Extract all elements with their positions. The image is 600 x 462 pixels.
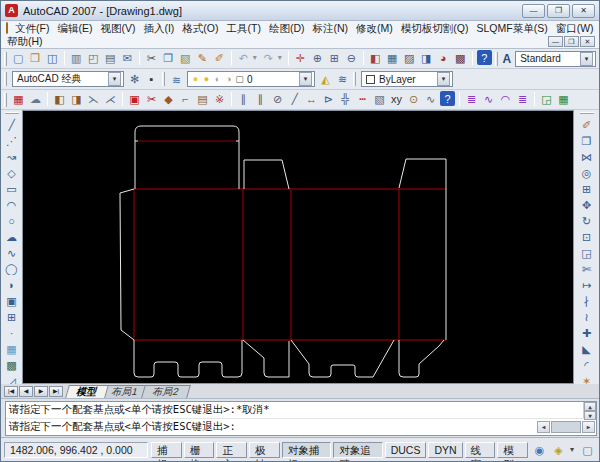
grid-toggle[interactable]: 栅格 <box>184 442 215 458</box>
snap-toggle[interactable]: 捕捉 <box>151 442 182 458</box>
toolbar-grip[interactable] <box>4 93 7 107</box>
rectangle-icon[interactable]: ▭ <box>4 181 19 196</box>
tab-next-button[interactable]: ▶ <box>34 386 48 397</box>
workspace-combo[interactable]: AutoCAD 经典 ▾ <box>12 71 124 87</box>
stretch-icon[interactable]: ◲ <box>579 245 594 260</box>
die-board-icon[interactable]: ▦ <box>11 91 26 106</box>
parallel-lines-2-icon[interactable]: ∥ <box>253 91 268 106</box>
mdi-restore-button[interactable]: ❐ <box>564 36 579 47</box>
scroll-up-icon[interactable]: ▲ <box>584 402 596 411</box>
copy-icon[interactable]: ❐ <box>161 50 176 65</box>
move-icon[interactable]: ✥ <box>579 197 594 212</box>
close-button[interactable]: ✕ <box>572 4 595 18</box>
grid-tool-icon[interactable]: ╬ <box>338 91 353 106</box>
toolbar-grip[interactable] <box>4 52 7 66</box>
erase-icon[interactable]: ✐ <box>579 117 594 132</box>
markupset-manager-icon[interactable]: ◕ <box>436 50 451 65</box>
menu-format[interactable]: 格式(O) <box>178 22 222 35</box>
workspace-settings-icon[interactable]: ✻ <box>127 71 142 86</box>
ruler-marker-icon[interactable]: ┅ <box>355 91 370 106</box>
panel-tool-icon[interactable]: ▤ <box>195 91 210 106</box>
new-icon[interactable]: ▢ <box>11 50 26 65</box>
join-icon[interactable]: ✚ <box>579 325 594 340</box>
command-prompt-line[interactable]: 请指定下一个配套基点或<单个请按ESC键退出>: <box>6 420 537 434</box>
layer-states-icon[interactable]: ≋ <box>335 71 350 86</box>
cut-marker-icon[interactable]: ✂ <box>144 91 159 106</box>
polar-toggle[interactable]: 极轴 <box>249 442 280 458</box>
redo-dropdown-icon[interactable]: ▾ <box>276 50 284 65</box>
construction-line-icon[interactable]: ⋰ <box>4 133 19 148</box>
save-icon[interactable]: ◫ <box>45 50 60 65</box>
communication-center-icon[interactable]: ◉ <box>532 442 547 457</box>
xy-tool-icon[interactable]: xy <box>389 91 404 106</box>
trim-icon[interactable]: ✄ <box>579 261 594 276</box>
toolbar-lock-icon[interactable]: ◈ <box>551 442 566 457</box>
command-horizontal-scrollbar[interactable]: ◀ ▶ <box>537 421 595 433</box>
mdi-close-button[interactable]: ✕ <box>580 36 595 47</box>
etransmit-icon[interactable]: ✉ <box>120 50 135 65</box>
mdi-minimize-button[interactable]: — <box>548 36 563 47</box>
bridge-left-icon[interactable]: ⋋ <box>86 91 101 106</box>
fillet-icon[interactable]: ◜ <box>579 357 594 372</box>
sheetset-manager-icon[interactable]: ◨ <box>419 50 434 65</box>
pick-line-icon[interactable]: ⊳ <box>321 91 336 106</box>
layer-combo[interactable]: ●●◐◑▢ 0 ▾ <box>187 71 315 87</box>
paste-icon[interactable]: ▧ <box>178 50 193 65</box>
color-combo[interactable]: ByLayer ▾ <box>361 71 453 87</box>
properties-icon[interactable]: ◧ <box>368 50 383 65</box>
parallel-lines-1-icon[interactable]: ∥ <box>236 91 251 106</box>
plot-preview-icon[interactable]: ◰ <box>86 50 101 65</box>
green-tool-1-icon[interactable]: ◲ <box>539 91 554 106</box>
gradient-icon[interactable]: ▩ <box>4 357 19 372</box>
offset-icon[interactable]: ◎ <box>579 165 594 180</box>
menu-edit[interactable]: 编辑(E) <box>53 22 96 35</box>
plot-icon[interactable]: ▥ <box>69 50 84 65</box>
layer-freeze-icon[interactable]: ● <box>201 73 212 84</box>
save-workspace-icon[interactable]: ▪ <box>144 71 159 86</box>
toolbar-grip[interactable] <box>580 112 594 114</box>
menu-slqmf[interactable]: SLQMF菜单(S) <box>473 22 552 35</box>
ducs-toggle[interactable]: DUCS <box>385 442 427 458</box>
command-window[interactable]: 请指定下一个配套基点或<单个请按ESC键退出>:*取消* ▲ ▼ 请指定下一个配… <box>5 401 597 436</box>
designcenter-icon[interactable]: ▦ <box>385 50 400 65</box>
array-icon[interactable]: ⊞ <box>579 181 594 196</box>
rotate-icon[interactable]: ↻ <box>579 213 594 228</box>
layer-previous-icon[interactable]: ◭ <box>318 71 333 86</box>
mirror-icon[interactable]: ⋈ <box>579 149 594 164</box>
point-icon[interactable]: · <box>4 325 19 340</box>
circle-slash-icon[interactable]: ⊘ <box>270 91 285 106</box>
ellipse-icon[interactable]: ◯ <box>4 261 19 276</box>
make-block-icon[interactable]: ⊞ <box>4 309 19 324</box>
osnap-toggle[interactable]: 对象捕捉 <box>282 442 331 458</box>
command-vertical-scrollbar[interactable]: ▲ ▼ <box>583 402 596 418</box>
bridge-right-icon[interactable]: ⋌ <box>103 91 118 106</box>
minimize-button[interactable]: — <box>522 4 545 18</box>
line-tool-icon[interactable]: ╱ <box>287 91 302 106</box>
scrollbar-thumb[interactable] <box>551 421 581 433</box>
hatch-icon[interactable]: ▦ <box>4 341 19 356</box>
quickcalc-icon[interactable]: ▩ <box>453 50 468 65</box>
layer-plot-icon[interactable]: ◑ <box>223 73 234 84</box>
maximize-button[interactable]: ❐ <box>547 4 570 18</box>
tab-first-button[interactable]: |◀ <box>4 386 18 397</box>
circle-icon[interactable]: ○ <box>4 213 19 228</box>
spline-icon[interactable]: ∿ <box>4 245 19 260</box>
copy-object-icon[interactable]: ❐ <box>579 133 594 148</box>
redo-icon[interactable]: ↷ <box>261 50 276 65</box>
extend-icon[interactable]: ↦ <box>579 277 594 292</box>
line-icon[interactable]: ╱ <box>4 117 19 132</box>
linetype-wave-icon[interactable]: ∿ <box>481 91 496 106</box>
menu-file[interactable]: 文件(F) <box>11 22 53 35</box>
linetype-dashed-1-icon[interactable]: ≣ <box>464 91 479 106</box>
undo-dropdown-icon[interactable]: ▾ <box>251 50 259 65</box>
circle-mark-icon[interactable]: ⊙ <box>406 91 421 106</box>
menu-diecut[interactable]: 模切板切割(Q) <box>397 22 473 35</box>
bird-tool-icon[interactable]: ◆ <box>161 91 176 106</box>
ortho-toggle[interactable]: 正交 <box>216 442 247 458</box>
dyn-toggle[interactable]: DYN <box>428 442 462 458</box>
layer-color-swatch-icon[interactable]: ▢ <box>234 73 245 84</box>
die-help-icon[interactable]: ? <box>440 91 455 106</box>
break-icon[interactable]: ≀ <box>579 309 594 324</box>
menu-modify[interactable]: 修改(M) <box>352 22 397 35</box>
otrack-toggle[interactable]: 对象追踪 <box>333 442 382 458</box>
